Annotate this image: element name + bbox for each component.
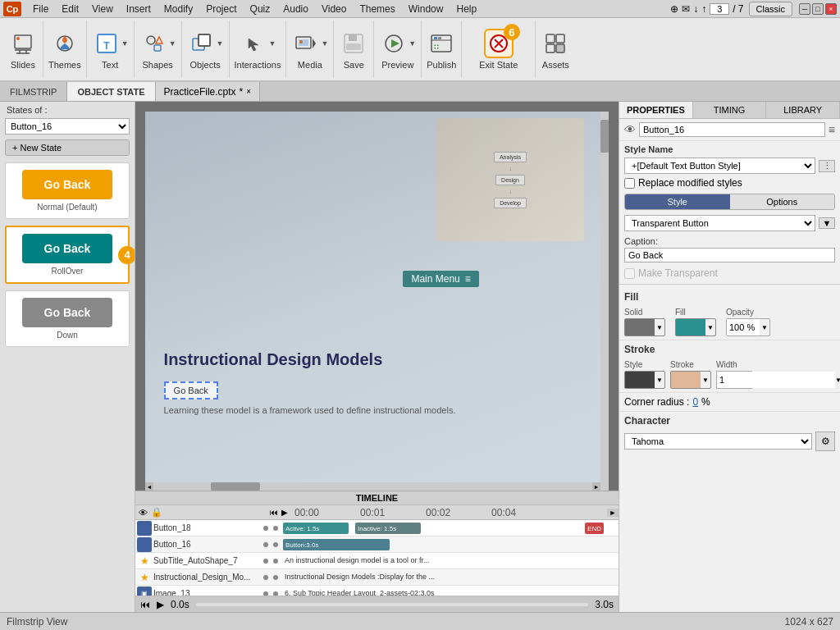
menu-view[interactable]: View: [85, 2, 120, 16]
menu-project[interactable]: Project: [199, 2, 243, 16]
transparent-select[interactable]: Transparent Button: [624, 215, 815, 231]
toolbar-objects-group: ▼ Objects: [182, 21, 230, 78]
replace-styles-checkbox[interactable]: [624, 178, 635, 189]
transparent-dropdown-arrow[interactable]: ▼: [819, 217, 835, 229]
timeline-scroll-right[interactable]: ►: [607, 509, 619, 517]
menu-quiz[interactable]: Quiz: [244, 2, 277, 16]
play-btn[interactable]: ▶: [281, 508, 288, 517]
slides-icon: [11, 32, 34, 55]
object-state-tab[interactable]: OBJECT STATE: [67, 82, 155, 101]
arrow-down-icon[interactable]: ↓: [693, 3, 698, 15]
down-state-btn[interactable]: Go Back: [22, 298, 112, 327]
assets-button[interactable]: [541, 29, 570, 58]
classic-mode-btn[interactable]: Classic: [749, 2, 792, 16]
fill-solid-swatch[interactable]: ▼: [624, 318, 665, 336]
objects-button[interactable]: [187, 29, 217, 58]
properties-tab[interactable]: PROPERTIES: [619, 102, 693, 118]
canvas-scrollbar-v[interactable]: [600, 112, 609, 491]
restore-btn[interactable]: □: [812, 3, 824, 15]
object-menu-icon[interactable]: ≡: [829, 123, 835, 136]
stroke-style-swatch[interactable]: ▼: [624, 371, 665, 389]
canvas-scrollbar-h[interactable]: [145, 482, 600, 491]
opacity-dropdown-arrow[interactable]: ▼: [760, 319, 769, 336]
font-settings-btn[interactable]: ⚙: [815, 431, 835, 451]
divider-1: [619, 284, 840, 285]
style-tab-options[interactable]: Options: [730, 194, 835, 209]
svg-rect-25: [434, 37, 437, 39]
timeline-panel: TIMELINE 👁 🔒 ⏮ ▶ 00:0000:0100:0200:04 ►: [135, 491, 619, 612]
font-select[interactable]: Tahoma: [624, 433, 812, 450]
scrollbar-v-thumb[interactable]: [600, 120, 609, 153]
object-name-input[interactable]: [639, 122, 825, 137]
stroke-stroke-label: Stroke: [670, 360, 711, 369]
file-tab-close[interactable]: ×: [246, 87, 251, 96]
menu-video[interactable]: Video: [315, 2, 353, 16]
footer-time2: 3.0s: [595, 599, 614, 610]
stroke-width-input[interactable]: [717, 372, 835, 388]
menu-themes[interactable]: Themes: [353, 2, 401, 16]
stroke-stroke-swatch[interactable]: ▼: [670, 371, 711, 389]
mail-icon[interactable]: ✉: [682, 3, 690, 15]
play-footer-btn[interactable]: ▶: [157, 599, 164, 610]
style-tab-style[interactable]: Style: [625, 194, 730, 209]
arrow-up-icon[interactable]: ↑: [701, 3, 706, 15]
prev-frame-btn[interactable]: ⏮: [270, 508, 278, 517]
preview-dropdown-arrow[interactable]: ▼: [409, 39, 416, 48]
main-menu-btn[interactable]: Main Menu ≡: [403, 271, 478, 287]
media-dropdown-arrow[interactable]: ▼: [321, 39, 328, 48]
shapes-dropdown-arrow[interactable]: ▼: [169, 39, 176, 48]
fill-opacity-input[interactable]: [727, 319, 760, 336]
eye-toggle[interactable]: 👁: [139, 508, 148, 518]
normal-state-btn[interactable]: Go Back: [22, 170, 112, 199]
prev-btn[interactable]: ⏮: [140, 599, 150, 610]
menu-file[interactable]: File: [26, 2, 55, 16]
help-icon[interactable]: ⊕: [670, 3, 678, 15]
preview-button[interactable]: [379, 29, 409, 58]
slides-button[interactable]: [8, 29, 38, 58]
text-dropdown-arrow[interactable]: ▼: [121, 39, 129, 48]
timing-tab[interactable]: TIMING: [693, 102, 767, 118]
lock-toggle[interactable]: 🔒: [151, 507, 162, 518]
interactions-button[interactable]: [239, 29, 268, 58]
interactions-dropdown-arrow[interactable]: ▼: [268, 39, 276, 48]
fill-fill-swatch[interactable]: ▼: [675, 318, 716, 336]
slide-canvas: Analysis ↓ Design ↓ Develop Main Menu ≡ …: [145, 112, 609, 491]
track-bar-1a: Active: 1.5s: [283, 523, 349, 534]
width-dropdown-arrow[interactable]: ▼: [835, 372, 840, 388]
minimize-btn[interactable]: ─: [799, 3, 810, 15]
scroll-left-btn[interactable]: ◄: [145, 482, 153, 491]
objects-dropdown-arrow[interactable]: ▼: [217, 39, 224, 48]
save-button[interactable]: [339, 29, 368, 58]
corner-radius-link[interactable]: 0: [692, 396, 698, 408]
menu-window[interactable]: Window: [402, 2, 450, 16]
menu-modify[interactable]: Modify: [158, 2, 199, 16]
publish-button[interactable]: [427, 29, 456, 58]
menu-edit[interactable]: Edit: [55, 2, 85, 16]
go-back-selected[interactable]: Go Back: [164, 381, 218, 399]
scroll-right-btn[interactable]: ►: [592, 482, 600, 491]
caption-input[interactable]: [624, 248, 835, 262]
scrollbar-h-thumb[interactable]: [211, 482, 260, 491]
menu-audio[interactable]: Audio: [276, 2, 315, 16]
shapes-button[interactable]: [139, 29, 169, 58]
slide-title: Instructional Design Models: [164, 350, 383, 369]
media-button[interactable]: [291, 29, 321, 58]
stroke-width-label: Width: [716, 360, 752, 369]
object-visibility-icon[interactable]: 👁: [624, 123, 636, 136]
menu-help[interactable]: Help: [450, 2, 483, 16]
time-slider[interactable]: [196, 603, 589, 606]
text-button[interactable]: T: [92, 29, 121, 58]
new-state-button[interactable]: + New State: [5, 139, 130, 156]
themes-button[interactable]: [50, 29, 80, 58]
shapes-icon: [143, 32, 166, 55]
state-select[interactable]: Button_16: [5, 118, 130, 135]
style-dropdown[interactable]: +[Default Text Button Style]: [624, 158, 815, 174]
style-options-btn[interactable]: ⋮: [819, 160, 835, 172]
menu-insert[interactable]: Insert: [120, 2, 158, 16]
rollover-state-btn[interactable]: Go Back: [22, 234, 112, 263]
close-btn[interactable]: ×: [825, 3, 837, 15]
file-tab[interactable]: PracticeFile.cptx * ×: [156, 82, 261, 101]
slide-number-input[interactable]: [710, 3, 729, 15]
library-tab[interactable]: LIBRARY: [766, 102, 840, 118]
filmstrip-tab[interactable]: FILMSTRIP: [0, 82, 67, 101]
